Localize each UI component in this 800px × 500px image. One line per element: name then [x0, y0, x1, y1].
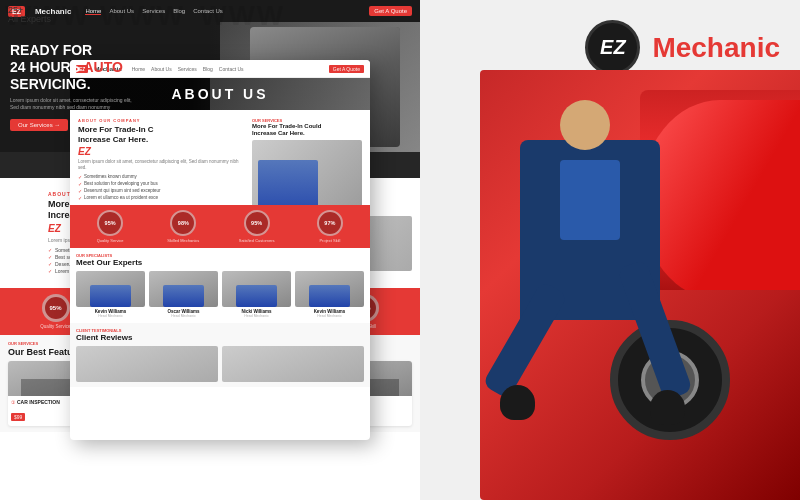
hero-auto: AUTO	[83, 59, 122, 75]
overlap-stat-3: 95% Satisfied Customers	[223, 210, 291, 243]
overlap-stat-label-2: Skilled Mechanics	[149, 238, 217, 243]
overlap-about-desc: Lorem ipsum dolor sit amet, consectetur …	[78, 159, 246, 172]
overlap-stat-circle-1: 95%	[97, 210, 123, 236]
overlap-link-blog[interactable]: Blog	[203, 66, 213, 72]
overlap-expert-img-2	[149, 271, 218, 307]
overlap-link-services[interactable]: Services	[178, 66, 197, 72]
overlap-stat-val-2: 98%	[178, 220, 189, 226]
overlap-expert-img-4	[295, 271, 364, 307]
overlap-review-2	[222, 346, 364, 382]
brand-circle: EZ	[585, 20, 640, 75]
brand-name: Mechanic	[652, 32, 780, 64]
overlap-stat-val-3: 95%	[251, 220, 262, 226]
overlap-expert-img-1	[76, 271, 145, 307]
overlap-about-right: OUR SERVICES More For Trade-In CouldIncr…	[252, 118, 362, 197]
overlap-expert-role-1: Head Mechanic	[76, 314, 145, 318]
hero-subtitle: Lorem ipsum dolor sit amet, consectetur …	[10, 97, 140, 111]
overlap-stat-label-1: Quality Service	[76, 238, 144, 243]
overlap-link-about[interactable]: About Us	[151, 66, 172, 72]
overlap-expert-role-4: Head Mechanic	[295, 314, 364, 318]
brand-area: EZ Mechanic	[585, 20, 780, 75]
overlap-stat-val-1: 95%	[105, 220, 116, 226]
overlap-expert-role-3: Head Mechanic	[222, 314, 291, 318]
overlap-expert-img-3	[222, 271, 291, 307]
hero-title: READY FOR 24 HOURS AUTO SERVICING.	[10, 42, 140, 92]
right-panel: EZ Mechanic	[420, 0, 800, 500]
overlap-stat-circle-4: 97%	[317, 210, 343, 236]
overlap-nav-links: Home About Us Services Blog Contact Us	[132, 66, 244, 72]
overlap-stat-circle-3: 95%	[244, 210, 270, 236]
overlap-stat-4: 97% Project Skill	[296, 210, 364, 243]
overlap-experts-heading: Meet Our Experts	[76, 258, 364, 267]
overlap-check-4: Lorem et ullamco ea ut proident exce	[78, 195, 246, 201]
overlap-check-3: Deserunt qui ipsum sint sed excepteur	[78, 188, 246, 194]
overlap-stat-label-4: Project Skill	[296, 238, 364, 243]
mechanic-glove-right	[650, 390, 685, 425]
hero-servicing: SERVICING.	[10, 76, 91, 92]
mechanic-head	[560, 100, 610, 150]
overlap-about-text: ABOUT US	[171, 86, 268, 102]
overlap-reviews-heading: Client Reviews	[76, 333, 364, 342]
overlap-expert-role-2: Head Mechanic	[149, 314, 218, 318]
overlap-expert-1: Kevin Williams Head Mechanic	[76, 271, 145, 318]
mechanic-large-photo	[480, 70, 800, 500]
mechanic-glove-left	[500, 385, 535, 420]
overlap-experts: OUR SPECIALISTS Meet Our Experts Kevin W…	[70, 248, 370, 323]
overlap-stat-val-4: 97%	[324, 220, 335, 226]
stat-label-quality: Quality Service	[40, 324, 70, 329]
overlap-reviews-row	[76, 346, 364, 382]
overlap-check-1: Sometimes known dummy	[78, 174, 246, 180]
stat-value-quality: 95%	[49, 305, 61, 311]
hero-cta-button[interactable]: Our Services →	[10, 119, 68, 131]
overlap-stats: 95% Quality Service 98% Skilled Mechanic…	[70, 205, 370, 248]
overlap-get-quote-button[interactable]: Get A Quote	[329, 65, 364, 73]
hero-hours: 24 HOURS	[10, 59, 80, 75]
overlap-review-img-2	[222, 346, 364, 382]
service-price-1: $99	[11, 413, 25, 421]
overlap-reviews: CLIENT TESTIMONIALS Client Reviews	[70, 323, 370, 387]
stat-circle-quality: 95%	[42, 294, 70, 322]
overlap-check-2: Best solution for developing your bus	[78, 181, 246, 187]
overlap-experts-row: Kevin Williams Head Mechanic Oscar Willi…	[76, 271, 364, 318]
overlap-stat-circle-2: 98%	[170, 210, 196, 236]
overlap-expert-4: Kevin Williams Head Mechanic	[295, 271, 364, 318]
overlap-ez-logo: EZ	[78, 146, 246, 157]
overlap-review-1	[76, 346, 218, 382]
overlap-checklist: Sometimes known dummy Best solution for …	[78, 174, 246, 201]
brand-ez-letters: EZ	[600, 36, 626, 59]
overlap-stat-label-3: Satisfied Customers	[223, 238, 291, 243]
overlap-stat-1: 95% Quality Service	[76, 210, 144, 243]
overlap-stat-2: 98% Skilled Mechanics	[149, 210, 217, 243]
hero-content: READY FOR 24 HOURS AUTO SERVICING. Lorem…	[10, 42, 140, 131]
get-quote-button[interactable]: Get A Quote	[369, 6, 412, 16]
overlap-review-img-1	[76, 346, 218, 382]
service-num-icon-1: ①	[11, 399, 15, 405]
overlap-expert-2: Oscar Williams Head Mechanic	[149, 271, 218, 318]
service-name-1: CAR INSPECTION	[17, 399, 60, 405]
overlap-about-image	[252, 140, 362, 205]
overlap-right-heading: More For Trade-In CouldIncrease Car Here…	[252, 123, 362, 137]
mechanic-figure	[500, 100, 720, 500]
overlap-expert-3: Nicki Williams Head Mechanic	[222, 271, 291, 318]
overlap-link-contact[interactable]: Contact Us	[219, 66, 244, 72]
